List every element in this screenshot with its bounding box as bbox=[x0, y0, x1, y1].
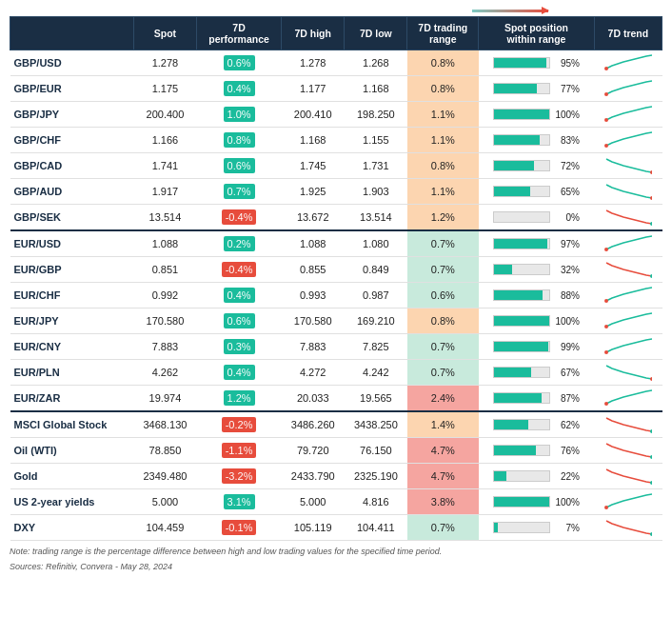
spot-bar-fill bbox=[494, 290, 543, 300]
spot-bar-fill bbox=[494, 368, 531, 377]
sparkline-icon bbox=[604, 286, 652, 305]
low-cell: 1.731 bbox=[345, 153, 407, 179]
spot-pos-cell: 100% bbox=[479, 102, 595, 128]
spot-bar-fill bbox=[494, 420, 528, 429]
perf-cell: -0.4% bbox=[197, 257, 282, 283]
pair-cell: EUR/GBP bbox=[10, 257, 134, 283]
sparkline-icon bbox=[604, 260, 652, 279]
svg-point-4 bbox=[650, 170, 652, 174]
svg-point-15 bbox=[650, 455, 652, 459]
trend-cell bbox=[594, 50, 662, 76]
low-cell: 1.155 bbox=[345, 128, 407, 153]
note-2: Sources: Refinitiv, Convera - May 28, 20… bbox=[10, 562, 662, 571]
spot-cell: 2349.480 bbox=[133, 464, 196, 489]
perf-cell: -3.2% bbox=[197, 464, 282, 489]
spot-pct-label: 32% bbox=[553, 265, 580, 275]
svg-point-1 bbox=[604, 92, 608, 96]
high-cell: 200.410 bbox=[282, 102, 345, 128]
spot-pct-label: 100% bbox=[553, 497, 580, 508]
table-row: GBP/SEK 13.514 -0.4% 13.672 13.514 1.2% … bbox=[10, 205, 662, 231]
range-cell: 0.6% bbox=[407, 283, 479, 308]
high-cell: 79.720 bbox=[282, 438, 345, 464]
spot-pos-cell: 67% bbox=[479, 360, 595, 386]
spot-pct-label: 100% bbox=[553, 109, 580, 120]
spot-pct-label: 83% bbox=[553, 135, 580, 146]
spot-cell: 170.580 bbox=[133, 308, 196, 334]
spot-cell: 19.974 bbox=[133, 386, 196, 412]
low-cell: 1.903 bbox=[345, 179, 407, 205]
range-cell: 1.1% bbox=[407, 179, 479, 205]
svg-point-18 bbox=[650, 532, 652, 536]
spot-pos-cell: 83% bbox=[479, 128, 595, 153]
perf-cell: 0.4% bbox=[197, 76, 282, 102]
spot-bar-fill bbox=[494, 523, 498, 532]
high-cell: 1.745 bbox=[282, 153, 345, 179]
range-cell: 4.7% bbox=[407, 464, 479, 489]
range-cell: 1.2% bbox=[407, 205, 479, 231]
spot-pct-label: 67% bbox=[553, 368, 580, 378]
svg-point-17 bbox=[604, 506, 608, 509]
svg-point-12 bbox=[650, 377, 652, 381]
spot-pos-cell: 87% bbox=[479, 386, 595, 412]
sparkline-icon bbox=[604, 441, 652, 460]
trend-cell bbox=[594, 515, 662, 541]
range-cell: 4.7% bbox=[407, 438, 479, 464]
spot-pct-label: 22% bbox=[553, 471, 580, 482]
spot-bar-fill bbox=[494, 393, 542, 403]
trend-cell bbox=[594, 334, 662, 360]
pair-cell: Oil (WTI) bbox=[10, 438, 134, 464]
spot-pos-cell: 0% bbox=[479, 205, 595, 231]
table-row: GBP/CHF 1.166 0.8% 1.168 1.155 1.1% 83% bbox=[10, 128, 662, 153]
high-cell: 1.925 bbox=[282, 179, 345, 205]
svg-point-5 bbox=[650, 196, 652, 200]
table-row: Gold 2349.480 -3.2% 2433.790 2325.190 4.… bbox=[10, 464, 662, 489]
perf-cell: 0.8% bbox=[197, 128, 282, 153]
high-cell: 0.993 bbox=[282, 283, 345, 308]
trend-cell bbox=[594, 464, 662, 489]
spot-pos-cell: 65% bbox=[479, 179, 595, 205]
table-row: GBP/EUR 1.175 0.4% 1.177 1.168 0.8% 77% bbox=[10, 76, 662, 102]
spot-bar-fill bbox=[494, 161, 534, 170]
range-cell: 0.7% bbox=[407, 257, 479, 283]
spot-bar-fill bbox=[494, 497, 549, 507]
range-cell: 0.8% bbox=[407, 308, 479, 334]
table-row: EUR/PLN 4.262 0.4% 4.272 4.242 0.7% 67% bbox=[10, 360, 662, 386]
col-header-spot-pos: Spot positionwithin range bbox=[479, 17, 595, 50]
pair-cell: GBP/USD bbox=[10, 50, 134, 76]
low-cell: 76.150 bbox=[345, 438, 407, 464]
spot-bar-bg bbox=[493, 445, 550, 456]
spot-cell: 7.883 bbox=[133, 334, 196, 360]
perf-cell: -0.2% bbox=[197, 411, 282, 438]
col-header-trend: 7D trend bbox=[594, 17, 662, 50]
spot-bar-bg bbox=[493, 367, 550, 378]
spot-bar-bg bbox=[493, 57, 550, 69]
spot-cell: 4.262 bbox=[133, 360, 196, 386]
sparkline-icon bbox=[604, 208, 652, 227]
pair-cell: EUR/CHF bbox=[10, 283, 134, 308]
low-cell: 19.565 bbox=[345, 386, 407, 412]
high-cell: 170.580 bbox=[282, 308, 345, 334]
spot-bar-fill bbox=[494, 239, 547, 249]
high-cell: 4.272 bbox=[282, 360, 345, 386]
spot-bar-bg bbox=[493, 315, 550, 327]
table-row: DXY 104.459 -0.1% 105.119 104.411 0.7% 7… bbox=[10, 515, 662, 541]
spot-pos-cell: 62% bbox=[479, 411, 595, 438]
pair-cell: DXY bbox=[10, 515, 134, 541]
table-row: EUR/CHF 0.992 0.4% 0.993 0.987 0.6% 88% bbox=[10, 283, 662, 308]
sparkline-icon bbox=[604, 182, 652, 201]
spot-bar-fill bbox=[494, 446, 536, 455]
pair-cell: GBP/CAD bbox=[10, 153, 134, 179]
range-cell: 1.1% bbox=[407, 128, 479, 153]
spot-bar-fill bbox=[494, 84, 537, 93]
table-row: EUR/USD 1.088 0.2% 1.088 1.080 0.7% 97% bbox=[10, 230, 662, 257]
perf-cell: 0.3% bbox=[197, 334, 282, 360]
spot-pos-cell: 7% bbox=[479, 515, 595, 541]
range-cell: 0.7% bbox=[407, 515, 479, 541]
trend-cell bbox=[594, 179, 662, 205]
sparkline-icon bbox=[604, 53, 652, 72]
perf-cell: 0.4% bbox=[197, 360, 282, 386]
spot-pct-label: 95% bbox=[553, 58, 580, 69]
pair-cell: GBP/JPY bbox=[10, 102, 134, 128]
spot-pct-label: 62% bbox=[553, 420, 580, 430]
table-row: GBP/USD 1.278 0.6% 1.278 1.268 0.8% 95% bbox=[10, 50, 662, 76]
